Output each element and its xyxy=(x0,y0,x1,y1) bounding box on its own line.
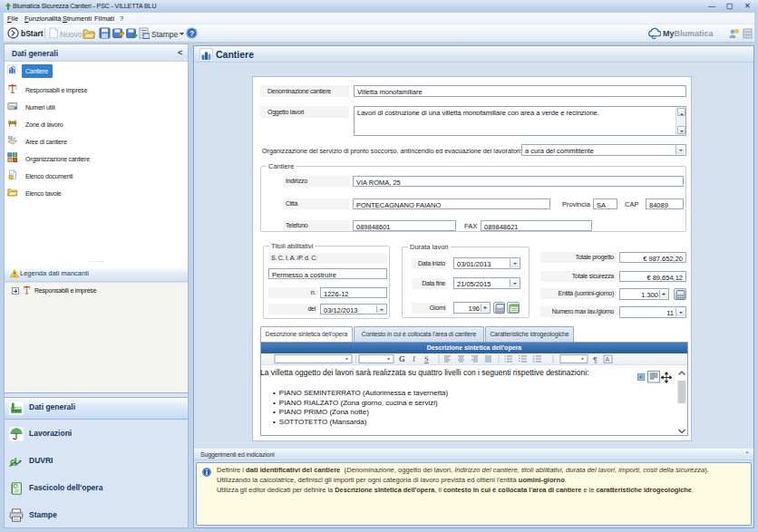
svg-text:S: S xyxy=(424,354,429,363)
svg-text:A: A xyxy=(606,356,610,363)
svg-text:G: G xyxy=(399,354,405,363)
svg-text:I: I xyxy=(412,354,416,363)
svg-text:d: d xyxy=(10,455,17,469)
svg-text:?: ? xyxy=(190,29,194,38)
svg-text:¶: ¶ xyxy=(593,355,598,364)
